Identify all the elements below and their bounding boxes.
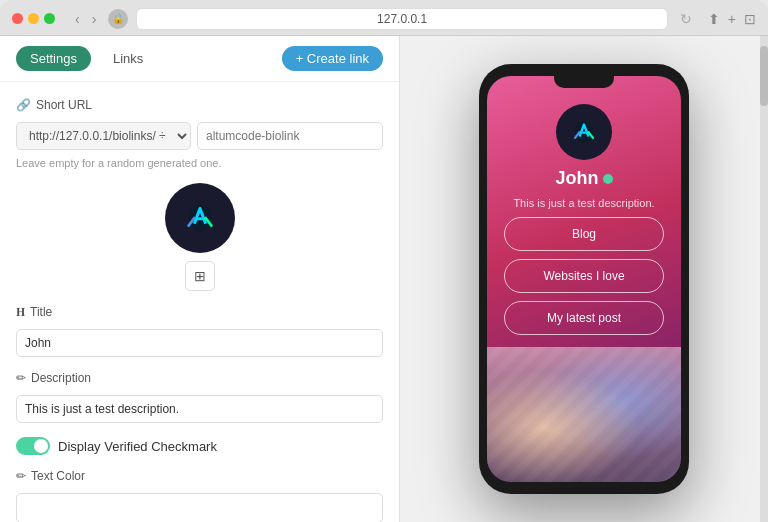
panel-body: 🔗 Short URL http://127.0.0.1/biolinks/ ÷… <box>0 82 399 522</box>
palette-icon: ✏ <box>16 469 26 483</box>
nav-arrows: ‹ › <box>71 9 100 29</box>
url-prefix-select[interactable]: http://127.0.0.1/biolinks/ ÷ <box>16 122 191 150</box>
short-url-section: 🔗 Short URL http://127.0.0.1/biolinks/ ÷… <box>16 98 383 169</box>
browser-actions: ⬆ + ⊡ <box>708 11 756 27</box>
verified-toggle[interactable] <box>16 437 50 455</box>
verified-checkmark-row: Display Verified Checkmark <box>16 437 383 455</box>
right-panel: John This is just a test description. Bl… <box>400 36 768 522</box>
phone-link-blog[interactable]: Blog <box>504 217 664 251</box>
description-label: ✏ Description <box>16 371 383 385</box>
description-section: ✏ Description <box>16 371 383 423</box>
title-label: 𝐇 Title <box>16 305 383 319</box>
phone-link-websites[interactable]: Websites I love <box>504 259 664 293</box>
forward-button[interactable]: › <box>88 9 101 29</box>
phone-logo-icon <box>569 117 599 147</box>
edit-icon: ⊞ <box>194 268 206 284</box>
minimize-button[interactable] <box>28 13 39 24</box>
phone-image-preview <box>487 347 681 482</box>
scrollbar[interactable] <box>760 36 768 522</box>
short-url-label: 🔗 Short URL <box>16 98 383 112</box>
short-url-hint: Leave empty for a random generated one. <box>16 157 383 169</box>
logo-edit-button[interactable]: ⊞ <box>185 261 215 291</box>
browser-window: ‹ › 🔒 127.0.0.1 ↻ ⬆ + ⊡ Settings Links +… <box>0 0 768 522</box>
title-section: 𝐇 Title <box>16 305 383 357</box>
pencil-icon: ✏ <box>16 371 26 385</box>
phone-user-name: John <box>556 168 613 189</box>
title-input[interactable] <box>16 329 383 357</box>
tab-buttons: Settings Links <box>16 46 157 71</box>
panel-header: Settings Links + Create link <box>0 36 399 82</box>
new-tab-button[interactable]: + <box>728 11 736 27</box>
phone-notch <box>554 76 614 88</box>
logo-section: ⊞ <box>16 183 383 291</box>
short-url-row: http://127.0.0.1/biolinks/ ÷ <box>16 122 383 150</box>
phone-preview: John This is just a test description. Bl… <box>479 64 689 494</box>
close-button[interactable] <box>12 13 23 24</box>
browser-content: Settings Links + Create link 🔗 Short URL… <box>0 36 768 522</box>
short-url-input[interactable] <box>197 122 383 150</box>
toggle-knob <box>34 439 48 453</box>
text-color-section: ✏ Text Color <box>16 469 383 522</box>
tab-settings[interactable]: Settings <box>16 46 91 71</box>
url-text: 127.0.0.1 <box>377 12 427 26</box>
text-color-input[interactable] <box>16 493 383 522</box>
verified-dot <box>603 174 613 184</box>
back-button[interactable]: ‹ <box>71 9 84 29</box>
description-input[interactable] <box>16 395 383 423</box>
url-bar[interactable]: 127.0.0.1 <box>136 8 667 30</box>
phone-link-latest[interactable]: My latest post <box>504 301 664 335</box>
phone-screen: John This is just a test description. Bl… <box>487 76 681 482</box>
share-button[interactable]: ⬆ <box>708 11 720 27</box>
verified-label: Display Verified Checkmark <box>58 439 217 454</box>
fullscreen-button[interactable] <box>44 13 55 24</box>
tab-links[interactable]: Links <box>99 46 157 71</box>
scrollbar-thumb[interactable] <box>760 46 768 106</box>
reload-icon[interactable]: ↻ <box>680 11 692 27</box>
left-panel: Settings Links + Create link 🔗 Short URL… <box>0 36 400 522</box>
altum-logo-icon <box>181 199 219 237</box>
text-color-label: ✏ Text Color <box>16 469 383 483</box>
preview-image <box>487 347 681 482</box>
page-icon: 🔒 <box>108 9 128 29</box>
create-link-button[interactable]: + Create link <box>282 46 383 71</box>
logo-circle <box>165 183 235 253</box>
heading-icon: 𝐇 <box>16 305 25 319</box>
link-icon: 🔗 <box>16 98 31 112</box>
phone-avatar <box>556 104 612 160</box>
sidebar-button[interactable]: ⊡ <box>744 11 756 27</box>
traffic-lights <box>12 13 55 24</box>
browser-titlebar: ‹ › 🔒 127.0.0.1 ↻ ⬆ + ⊡ <box>0 0 768 36</box>
phone-description: This is just a test description. <box>497 197 670 209</box>
